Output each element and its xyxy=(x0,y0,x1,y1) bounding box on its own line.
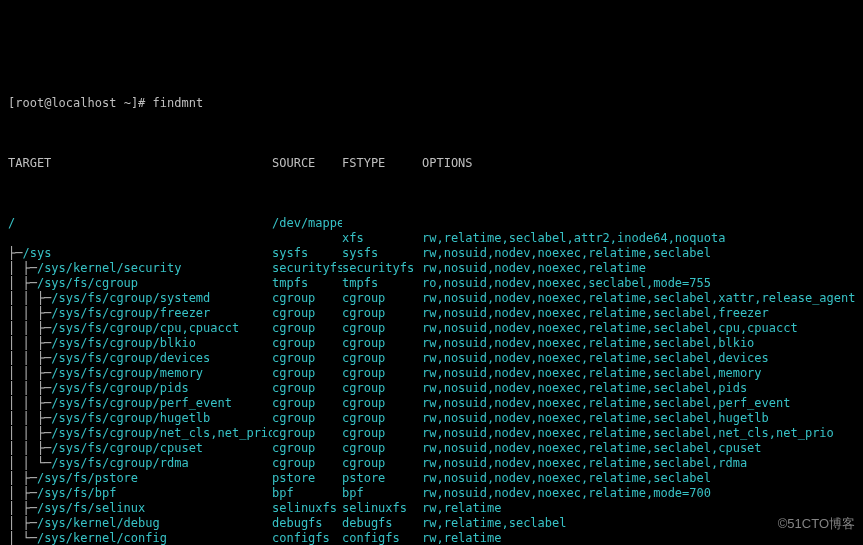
table-row: │ │ ├─/sys/fs/cgroup/cpu,cpuacctcgroupcg… xyxy=(8,321,855,336)
cell-fstype: cgroup xyxy=(342,456,422,471)
cell-source: cgroup xyxy=(272,456,342,471)
cell-source: debugfs xyxy=(272,516,342,531)
cell-fstype: debugfs xyxy=(342,516,422,531)
cell-fstype: cgroup xyxy=(342,291,422,306)
mount-table: //dev/mapper/cl-rootxfsrw,relatime,secla… xyxy=(8,216,855,545)
table-row: │ │ ├─/sys/fs/cgroup/memorycgroupcgroupr… xyxy=(8,366,855,381)
cell-fstype: pstore xyxy=(342,471,422,486)
cell-fstype: cgroup xyxy=(342,426,422,441)
cell-fstype xyxy=(342,216,422,231)
watermark-text: ©51CTO博客 xyxy=(778,516,855,531)
cell-source: bpf xyxy=(272,486,342,501)
prompt-line: [root@localhost ~]# findmnt xyxy=(8,96,855,111)
cell-options: rw,nosuid,nodev,noexec,relatime,mode=700 xyxy=(422,486,855,501)
cell-target: / xyxy=(8,216,272,231)
cell-fstype: cgroup xyxy=(342,396,422,411)
cell-options: rw,nosuid,nodev,noexec,relatime,seclabel… xyxy=(422,441,855,456)
table-row: │ ├─/sys/kernel/securitysecurityfssecuri… xyxy=(8,261,855,276)
cell-target: │ │ ├─/sys/fs/cgroup/cpuset xyxy=(8,441,272,456)
cell-source: cgroup xyxy=(272,366,342,381)
cell-target: │ │ ├─/sys/fs/cgroup/pids xyxy=(8,381,272,396)
table-row: │ ├─/sys/fs/bpfbpfbpfrw,nosuid,nodev,noe… xyxy=(8,486,855,501)
cell-source: cgroup xyxy=(272,426,342,441)
cell-options: rw,nosuid,nodev,noexec,relatime,seclabel… xyxy=(422,291,855,306)
cell-target: │ │ ├─/sys/fs/cgroup/blkio xyxy=(8,336,272,351)
cell-options: rw,relatime xyxy=(422,531,855,545)
command-text: findmnt xyxy=(153,96,204,111)
table-row: │ ├─/sys/kernel/debugdebugfsdebugfsrw,re… xyxy=(8,516,855,531)
cell-source: cgroup xyxy=(272,441,342,456)
header-fstype: FSTYPE xyxy=(342,156,422,171)
table-row: │ ├─/sys/fs/pstorepstorepstorerw,nosuid,… xyxy=(8,471,855,486)
table-row: │ │ ├─/sys/fs/cgroup/perf_eventcgroupcgr… xyxy=(8,396,855,411)
cell-fstype: configfs xyxy=(342,531,422,545)
cell-source: tmpfs xyxy=(272,276,342,291)
cell-source xyxy=(272,231,342,246)
cell-target: │ ├─/sys/fs/selinux xyxy=(8,501,272,516)
cell-fstype: cgroup xyxy=(342,381,422,396)
cell-fstype: securityfs xyxy=(342,261,422,276)
cell-fstype: cgroup xyxy=(342,321,422,336)
cell-target: │ ├─/sys/fs/cgroup xyxy=(8,276,272,291)
table-row: │ │ └─/sys/fs/cgroup/rdmacgroupcgrouprw,… xyxy=(8,456,855,471)
cell-source: selinuxfs xyxy=(272,501,342,516)
cell-fstype: tmpfs xyxy=(342,276,422,291)
cell-fstype: cgroup xyxy=(342,411,422,426)
cell-fstype: cgroup xyxy=(342,366,422,381)
header-target: TARGET xyxy=(8,156,272,171)
cell-target: │ ├─/sys/kernel/security xyxy=(8,261,272,276)
cell-options: rw,nosuid,nodev,noexec,relatime,seclabel… xyxy=(422,426,855,441)
cell-fstype: sysfs xyxy=(342,246,422,261)
table-row: xfsrw,relatime,seclabel,attr2,inode64,no… xyxy=(8,231,855,246)
header-options: OPTIONS xyxy=(422,156,855,171)
cell-options: rw,nosuid,nodev,noexec,relatime xyxy=(422,261,855,276)
cell-target: │ │ ├─/sys/fs/cgroup/net_cls,net_prio xyxy=(8,426,272,441)
cell-source: cgroup xyxy=(272,381,342,396)
cell-source: cgroup xyxy=(272,411,342,426)
cell-target: │ ├─/sys/fs/pstore xyxy=(8,471,272,486)
cell-source: cgroup xyxy=(272,351,342,366)
cell-options: rw,nosuid,nodev,noexec,relatime,seclabel xyxy=(422,471,855,486)
table-row: │ │ ├─/sys/fs/cgroup/hugetlbcgroupcgroup… xyxy=(8,411,855,426)
cell-options: rw,nosuid,nodev,noexec,relatime,seclabel… xyxy=(422,456,855,471)
cell-target: │ │ ├─/sys/fs/cgroup/perf_event xyxy=(8,396,272,411)
table-row: │ │ ├─/sys/fs/cgroup/blkiocgroupcgrouprw… xyxy=(8,336,855,351)
cell-source: configfs xyxy=(272,531,342,545)
cell-source: cgroup xyxy=(272,336,342,351)
cell-fstype: cgroup xyxy=(342,306,422,321)
table-row: │ │ ├─/sys/fs/cgroup/devicescgroupcgroup… xyxy=(8,351,855,366)
cell-fstype: xfs xyxy=(342,231,422,246)
table-row: │ │ ├─/sys/fs/cgroup/pidscgroupcgrouprw,… xyxy=(8,381,855,396)
cell-fstype: cgroup xyxy=(342,441,422,456)
cell-options: rw,relatime xyxy=(422,501,855,516)
cell-options: rw,nosuid,nodev,noexec,relatime,seclabel… xyxy=(422,321,855,336)
cell-target: │ │ ├─/sys/fs/cgroup/memory xyxy=(8,366,272,381)
cell-target: │ │ ├─/sys/fs/cgroup/systemd xyxy=(8,291,272,306)
cell-target: │ │ ├─/sys/fs/cgroup/freezer xyxy=(8,306,272,321)
header-source: SOURCE xyxy=(272,156,342,171)
cell-source: pstore xyxy=(272,471,342,486)
header-row: TARGETSOURCEFSTYPEOPTIONS xyxy=(8,156,855,171)
table-row: │ │ ├─/sys/fs/cgroup/net_cls,net_priocgr… xyxy=(8,426,855,441)
cell-source: cgroup xyxy=(272,291,342,306)
cell-target: │ ├─/sys/fs/bpf xyxy=(8,486,272,501)
cell-fstype: cgroup xyxy=(342,351,422,366)
cell-options: rw,nosuid,nodev,noexec,relatime,seclabel… xyxy=(422,306,855,321)
cell-source: cgroup xyxy=(272,396,342,411)
cell-source: securityfs xyxy=(272,261,342,276)
cell-source: /dev/mapper/cl-root xyxy=(272,216,342,231)
terminal-window[interactable]: [root@localhost ~]# findmnt TARGETSOURCE… xyxy=(8,66,855,545)
table-row: │ │ ├─/sys/fs/cgroup/freezercgroupcgroup… xyxy=(8,306,855,321)
cell-target: ├─/sys xyxy=(8,246,272,261)
table-row: │ │ ├─/sys/fs/cgroup/systemdcgroupcgroup… xyxy=(8,291,855,306)
cell-options: rw,nosuid,nodev,noexec,relatime,seclabel… xyxy=(422,381,855,396)
table-row: │ ├─/sys/fs/cgrouptmpfstmpfsro,nosuid,no… xyxy=(8,276,855,291)
cell-target: │ │ ├─/sys/fs/cgroup/hugetlb xyxy=(8,411,272,426)
table-row: │ ├─/sys/fs/selinuxselinuxfsselinuxfsrw,… xyxy=(8,501,855,516)
table-row: //dev/mapper/cl-root xyxy=(8,216,855,231)
cell-fstype: cgroup xyxy=(342,336,422,351)
cell-options: rw,nosuid,nodev,noexec,relatime,seclabel xyxy=(422,246,855,261)
cell-options: ro,nosuid,nodev,noexec,seclabel,mode=755 xyxy=(422,276,855,291)
cell-target: │ ├─/sys/kernel/debug xyxy=(8,516,272,531)
cell-options: rw,nosuid,nodev,noexec,relatime,seclabel… xyxy=(422,411,855,426)
